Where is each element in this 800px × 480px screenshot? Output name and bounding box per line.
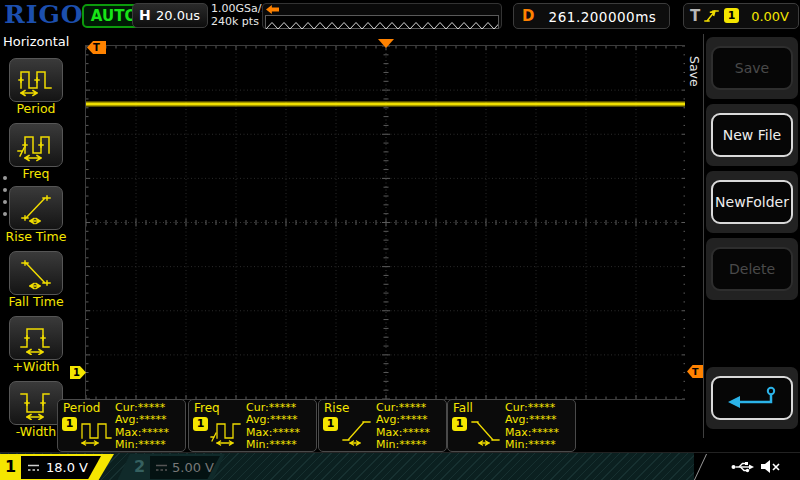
sidebar-item-rise-time[interactable]: [9, 186, 63, 230]
horizontal-timebase-box[interactable]: H 20.0us: [132, 3, 208, 28]
new-file-button[interactable]: New File: [711, 113, 793, 157]
sidebar-item-freq[interactable]: [9, 123, 63, 167]
channel-badge: 1: [193, 417, 208, 431]
period-icon: [16, 63, 56, 97]
dc-coupling-icon: [155, 463, 168, 472]
measurement-panel-fall: Fall 1 Cur:***** Avg:***** Max:***** Min…: [447, 399, 576, 452]
measurement-panel-freq: Freq 1 Cur:***** Avg:***** Max:***** Min…: [188, 399, 317, 452]
trigger-readout-box[interactable]: T 1 0.00V: [683, 3, 799, 29]
back-button[interactable]: [711, 376, 793, 420]
sidebar-item-period-label: Period: [0, 101, 72, 116]
rising-edge-icon: [704, 8, 720, 25]
channel1-number: 1: [5, 457, 16, 476]
soft-menu: Save Save New File NewFolder Delete: [685, 30, 800, 452]
scroll-indicator-dot: [3, 212, 7, 216]
menu-divider: [703, 34, 704, 438]
trigger-label: T: [690, 7, 700, 25]
timebase-value: 20.0us: [156, 8, 200, 23]
scroll-indicator-dot: [3, 176, 7, 180]
sample-rate: 1.00GSa/s: [211, 2, 267, 15]
memory-waveform-overview: [265, 15, 499, 29]
sidebar-item-period[interactable]: [9, 58, 63, 102]
measurement-name: Freq: [194, 401, 220, 415]
freq-icon: [16, 128, 56, 162]
channel2-status[interactable]: 2 5.00 V: [117, 454, 225, 480]
measurement-row: Min:*****: [115, 439, 169, 451]
waveform-display-area: [85, 45, 687, 400]
delay-readout-box[interactable]: D 261.200000ms: [513, 3, 670, 29]
delay-label: D: [522, 7, 534, 25]
horizontal-label: H: [139, 7, 151, 23]
measurement-row: Min:*****: [376, 439, 430, 451]
menu-slot: New File: [706, 104, 798, 166]
menu-tab-title: Save: [687, 56, 702, 87]
sidebar-item-plus-width[interactable]: [9, 316, 63, 360]
menu-slot: Save: [706, 37, 798, 99]
measurement-name: Rise: [324, 401, 349, 415]
menu-slot: Delete: [706, 238, 798, 300]
measurement-name: Period: [63, 401, 100, 415]
fall-icon: [469, 417, 503, 447]
menu-slot: [706, 367, 798, 429]
measurement-panel-rise: Rise 1 Cur:***** Avg:***** Max:***** Min…: [318, 399, 447, 452]
plus-width-icon: [16, 321, 56, 355]
measurement-row: Min:*****: [246, 439, 300, 451]
delay-value: 261.200000ms: [536, 9, 669, 25]
sidebar-item-plus-width-label: +Width: [0, 359, 72, 374]
channel1-scale: 18.0 V: [46, 460, 88, 475]
speaker-muted-icon[interactable]: [760, 459, 781, 474]
channel-badge: 1: [62, 417, 77, 431]
sidebar-item-minus-width[interactable]: [9, 381, 63, 425]
rise-icon: [340, 417, 374, 447]
scroll-indicator-dot: [3, 200, 7, 204]
sidebar-title: Horizontal: [3, 34, 69, 49]
channel2-scale: 5.00 V: [172, 460, 214, 475]
channel-badge: 1: [323, 417, 338, 431]
sidebar-item-freq-label: Freq: [0, 166, 72, 181]
sidebar-item-rise-time-label: Rise Time: [0, 229, 72, 244]
oscilloscope-screen: RIGOL AUTO H 20.0us 1.00GSa/s 240k pts D…: [0, 0, 800, 480]
trigger-offscreen-left-icon: [266, 5, 279, 14]
channel1-status[interactable]: 1 18.0 V: [0, 454, 114, 480]
usb-icon: [731, 460, 755, 474]
return-arrow-icon: [717, 384, 787, 412]
delete-button[interactable]: Delete: [711, 247, 793, 291]
period-icon: [79, 417, 113, 447]
channel2-number: 2: [134, 457, 145, 476]
dc-coupling-icon: [27, 463, 40, 472]
channel-badge: 1: [452, 417, 467, 431]
menu-slot: NewFolder: [706, 171, 798, 233]
measurement-row: Min:*****: [505, 439, 559, 451]
rise-time-icon: [16, 191, 56, 225]
status-bar-divider: [694, 454, 707, 480]
trigger-level-value: 0.00V: [751, 9, 789, 24]
freq-icon: [210, 417, 244, 447]
waveform-position-bar[interactable]: [262, 3, 502, 29]
new-folder-button[interactable]: NewFolder: [711, 180, 793, 224]
channel1-ground-marker[interactable]: 1: [70, 366, 86, 379]
measurement-name: Fall: [453, 401, 473, 415]
fall-time-icon: [16, 256, 56, 290]
acquisition-info: 1.00GSa/s 240k pts: [211, 2, 267, 28]
trigger-source-badge: 1: [724, 8, 739, 23]
sidebar-item-fall-time-label: Fall Time: [0, 294, 72, 309]
channel-status-bar: 1 18.0 V 2 5.00 V: [0, 452, 800, 480]
memory-depth: 240k pts: [211, 15, 267, 28]
save-button[interactable]: Save: [711, 46, 793, 90]
measurement-panel-period: Period 1 Cur:***** Avg:***** Max:***** M…: [57, 399, 186, 452]
minus-width-icon: [16, 386, 56, 420]
sidebar-item-fall-time[interactable]: [9, 251, 63, 295]
horizontal-center-marker[interactable]: [378, 39, 394, 48]
scroll-indicator-dot: [3, 188, 7, 192]
